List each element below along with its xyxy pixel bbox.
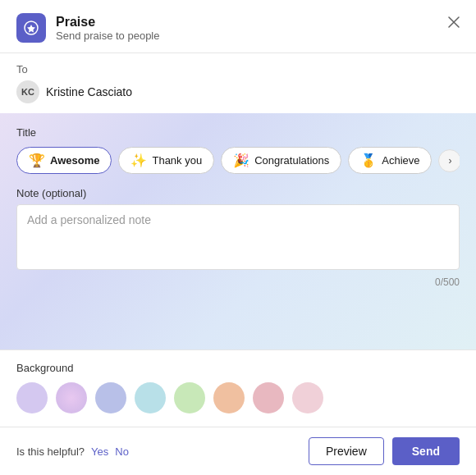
to-label: To bbox=[16, 63, 460, 75]
note-label: Note (optional) bbox=[16, 187, 460, 199]
swatch-light-pink[interactable] bbox=[292, 382, 323, 413]
swatch-lime[interactable] bbox=[174, 382, 205, 413]
background-section: Background bbox=[0, 349, 476, 427]
praise-icon bbox=[16, 13, 46, 43]
badge-awesome[interactable]: 🏆 Awesome bbox=[16, 147, 112, 174]
footer: Is this helpful? Yes No Preview Send bbox=[0, 427, 476, 475]
badge-congratulations[interactable]: 🎉 Congratulations bbox=[221, 147, 341, 174]
swatch-blush[interactable] bbox=[253, 382, 284, 413]
note-container bbox=[16, 204, 460, 273]
swatch-lavender[interactable] bbox=[16, 382, 48, 413]
helpful-label: Is this helpful? bbox=[16, 445, 85, 458]
to-section: To KC Kristine Casciato bbox=[0, 53, 476, 113]
scroll-right-button[interactable]: › bbox=[438, 149, 460, 172]
swatch-periwinkle[interactable] bbox=[95, 382, 126, 413]
badge-achieve[interactable]: 🥇 Achieve bbox=[348, 147, 432, 174]
background-label: Background bbox=[16, 362, 460, 374]
preview-button[interactable]: Preview bbox=[309, 437, 384, 465]
badge-achieve-label: Achieve bbox=[382, 154, 419, 167]
gradient-section: Title 🏆 Awesome ✨ Thank you 🎉 Congratula… bbox=[0, 113, 476, 349]
achieve-emoji: 🥇 bbox=[360, 153, 377, 168]
char-count: 0/500 bbox=[16, 276, 460, 288]
thankyou-emoji: ✨ bbox=[130, 153, 147, 168]
congratulations-emoji: 🎉 bbox=[233, 153, 249, 168]
color-swatches bbox=[16, 382, 460, 413]
helpful-yes-button[interactable]: Yes bbox=[91, 445, 108, 458]
helpful-no-button[interactable]: No bbox=[115, 445, 129, 458]
send-button[interactable]: Send bbox=[392, 437, 460, 465]
footer-buttons: Preview Send bbox=[309, 437, 460, 465]
dialog-header: Praise Send praise to people bbox=[0, 0, 476, 53]
swatch-mint[interactable] bbox=[135, 382, 166, 413]
awesome-emoji: 🏆 bbox=[29, 153, 45, 168]
helpful-section: Is this helpful? Yes No bbox=[16, 445, 129, 458]
close-button[interactable] bbox=[445, 13, 463, 31]
swatch-pink-lavender[interactable] bbox=[56, 382, 87, 413]
recipient-name: Kristine Casciato bbox=[46, 85, 132, 98]
header-text: Praise Send praise to people bbox=[56, 15, 159, 42]
avatar: KC bbox=[16, 80, 39, 103]
badge-congratulations-label: Congratulations bbox=[254, 154, 329, 167]
dialog-title: Praise bbox=[56, 15, 159, 30]
praise-dialog: Praise Send praise to people To KC Krist… bbox=[0, 0, 476, 475]
swatch-peach[interactable] bbox=[213, 382, 245, 413]
note-textarea[interactable] bbox=[16, 204, 460, 270]
dialog-subtitle: Send praise to people bbox=[56, 30, 159, 42]
title-label: Title bbox=[16, 126, 460, 139]
to-content: To KC Kristine Casciato bbox=[16, 63, 460, 103]
badge-thankyou-label: Thank you bbox=[152, 154, 202, 167]
recipient-row: KC Kristine Casciato bbox=[16, 80, 460, 103]
badge-awesome-label: Awesome bbox=[50, 154, 99, 167]
badge-thankyou[interactable]: ✨ Thank you bbox=[118, 147, 214, 174]
badges-container: 🏆 Awesome ✨ Thank you 🎉 Congratulations … bbox=[16, 147, 460, 174]
